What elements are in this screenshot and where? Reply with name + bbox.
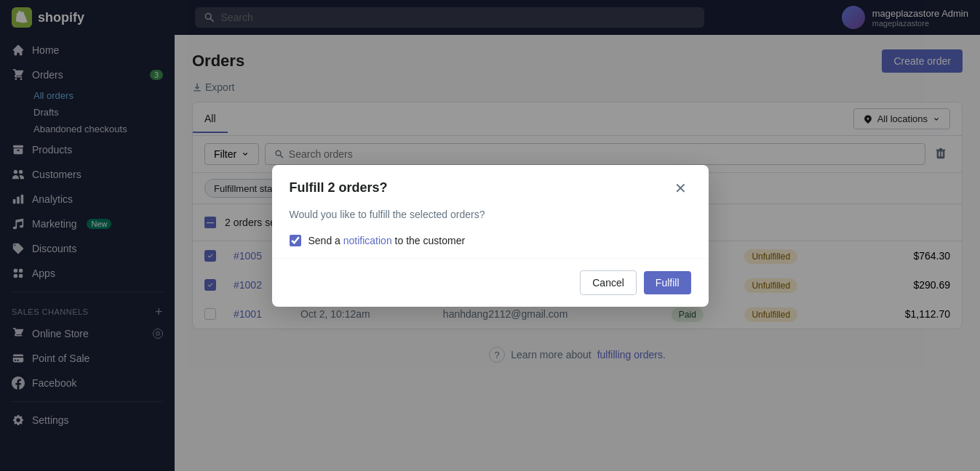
cancel-button[interactable]: Cancel [580, 270, 637, 295]
modal-overlay: Fulfill 2 orders? ✕ Would you like to fu… [0, 0, 980, 471]
modal-checkbox-label: Send a notification to the customer [308, 235, 466, 246]
fulfill-modal: Fulfill 2 orders? ✕ Would you like to fu… [272, 165, 709, 307]
notification-link[interactable]: notification [343, 235, 392, 246]
modal-close-button[interactable]: ✕ [670, 180, 691, 197]
notification-checkbox[interactable] [290, 235, 301, 246]
modal-description: Would you like to fulfill the selected o… [290, 209, 691, 220]
modal-footer: Cancel Fulfill [272, 258, 709, 307]
modal-checkbox-row: Send a notification to the customer [290, 235, 691, 246]
modal-title: Fulfill 2 orders? [290, 180, 388, 196]
fulfill-button[interactable]: Fulfill [644, 271, 691, 294]
modal-body: Would you like to fulfill the selected o… [272, 209, 709, 258]
modal-header: Fulfill 2 orders? ✕ [272, 165, 709, 209]
